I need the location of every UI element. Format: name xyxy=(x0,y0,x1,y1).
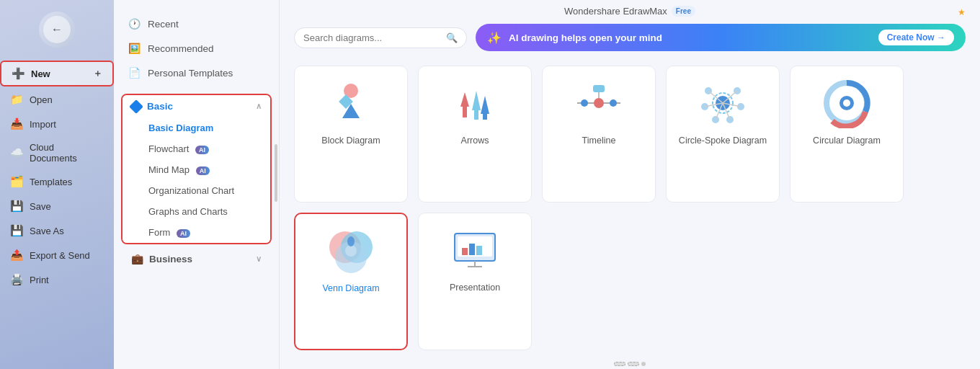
sidebar-item-export[interactable]: 📤 Export & Send xyxy=(0,244,114,267)
create-now-button[interactable]: Create Now → xyxy=(878,30,954,45)
business-category[interactable]: 💼 Business ∨ xyxy=(121,247,272,270)
diagram-grid: Block Diagram Arrows xyxy=(280,58,980,357)
diagram-card-block[interactable]: Block Diagram xyxy=(294,66,408,203)
search-box[interactable]: 🔍 xyxy=(294,27,467,48)
print-icon: 🖨️ xyxy=(10,273,24,286)
save-icon: 💾 xyxy=(10,200,24,213)
basic-category-header[interactable]: Basic ∧ xyxy=(122,95,270,117)
sidebar-item-cloud[interactable]: ☁️ Cloud Documents xyxy=(0,137,114,169)
templates-icon: 🗂️ xyxy=(10,175,24,188)
svg-rect-36 xyxy=(462,248,468,255)
sidebar-item-label-export: Export & Send xyxy=(30,250,90,261)
app-header: Wondershare EdrawMax Free ★ xyxy=(280,0,980,19)
timeline-label: Timeline xyxy=(582,135,616,146)
sidebar-item-save[interactable]: 💾 Save xyxy=(0,195,114,218)
circular-svg xyxy=(818,78,876,128)
main-content: Wondershare EdrawMax Free ★ 🔍 ✨ AI drawi… xyxy=(280,0,980,369)
svg-point-28 xyxy=(843,99,850,107)
app-title: Wondershare EdrawMax xyxy=(564,6,667,17)
svg-point-33 xyxy=(347,236,355,246)
venn-image xyxy=(322,226,380,276)
form-ai-badge: AI xyxy=(177,229,190,238)
svg-point-9 xyxy=(610,99,617,107)
sidebar-item-import[interactable]: 📥 Import xyxy=(0,112,114,135)
presentation-svg xyxy=(446,225,504,275)
diamond-icon xyxy=(129,99,143,114)
sidebar-item-saveas[interactable]: 💾 Save As xyxy=(0,219,114,242)
scroll-indicator[interactable] xyxy=(275,144,277,202)
sidebar-item-new[interactable]: ➕ New ＋ xyxy=(0,61,114,86)
chevron-up-icon: ∧ xyxy=(256,102,262,111)
category-item-mindmap[interactable]: Mind Map AI xyxy=(122,159,270,180)
svg-rect-10 xyxy=(593,85,605,92)
import-icon: 📥 xyxy=(10,117,24,130)
graphs-label: Graphs and Charts xyxy=(148,206,228,217)
svg-marker-4 xyxy=(481,96,489,120)
form-label: Form xyxy=(148,227,170,238)
mindmap-label: Mind Map xyxy=(148,164,190,175)
category-item-form[interactable]: Form AI xyxy=(122,222,270,243)
back-button[interactable]: ← xyxy=(39,12,75,48)
orgchart-label: Organizational Chart xyxy=(148,185,234,196)
svg-rect-38 xyxy=(476,246,482,255)
circle-spoke-label: Circle-Spoke Diagram xyxy=(679,135,767,146)
category-item-basic-diagram[interactable]: Basic Diagram xyxy=(122,117,270,138)
sidebar-item-open[interactable]: 📁 Open xyxy=(0,88,114,111)
sidebar-item-label-import: Import xyxy=(30,119,56,130)
nav-item-recommended[interactable]: 🖼️ Recommended xyxy=(114,36,279,61)
circular-image xyxy=(818,78,876,128)
diagram-card-circle-spoke[interactable]: Circle-Spoke Diagram xyxy=(666,66,780,203)
nav-label-personal: Personal Templates xyxy=(148,68,233,79)
saveas-icon: 💾 xyxy=(10,224,24,237)
ai-banner-text: AI drawing helps open your mind xyxy=(509,32,662,43)
diagram-card-timeline[interactable]: Timeline xyxy=(542,66,656,203)
svg-marker-5 xyxy=(472,91,481,120)
block-diagram-svg xyxy=(322,78,380,128)
scroll-dot-dashed2 xyxy=(628,362,639,366)
toolbar-row: 🔍 ✨ AI drawing helps open your mind Crea… xyxy=(280,19,980,58)
category-item-orgchart[interactable]: Organizational Chart xyxy=(122,180,270,201)
circle-spoke-image xyxy=(694,78,752,128)
arrows-label: Arrows xyxy=(461,135,489,146)
sidebar-item-label-cloud: Cloud Documents xyxy=(30,142,104,164)
new-icon: ➕ xyxy=(12,67,25,80)
category-item-flowchart[interactable]: Flowchart AI xyxy=(122,138,270,159)
flowchart-ai-badge: AI xyxy=(195,146,209,154)
svg-point-7 xyxy=(581,99,588,107)
sidebar-item-templates[interactable]: 🗂️ Templates xyxy=(0,170,114,193)
svg-rect-37 xyxy=(469,244,475,255)
business-group-left: 💼 Business xyxy=(131,253,192,264)
circle-spoke-svg xyxy=(694,78,752,128)
nav-item-personal[interactable]: 📄 Personal Templates xyxy=(114,61,279,85)
cloud-icon: ☁️ xyxy=(10,146,24,159)
sidebar-item-print[interactable]: 🖨️ Print xyxy=(0,268,114,291)
sidebar-item-label-open: Open xyxy=(30,94,53,105)
category-item-graphs[interactable]: Graphs and Charts xyxy=(122,201,270,222)
back-arrow-icon[interactable]: ← xyxy=(43,16,71,43)
basic-diagram-label: Basic Diagram xyxy=(148,123,213,133)
chevron-down-icon: ∨ xyxy=(256,254,262,264)
diagram-card-circular[interactable]: Circular Diagram xyxy=(790,66,904,203)
ai-sparkle-icon: ✨ xyxy=(487,31,502,45)
sidebar-item-label-templates: Templates xyxy=(30,177,72,187)
presentation-image xyxy=(446,225,504,275)
svg-point-32 xyxy=(345,245,357,257)
business-icon: 💼 xyxy=(131,253,143,264)
block-diagram-image xyxy=(322,78,380,128)
diagram-card-presentation[interactable]: Presentation xyxy=(418,213,532,351)
diagram-card-arrows[interactable]: Arrows xyxy=(418,66,532,203)
recommended-icon: 🖼️ xyxy=(128,43,141,54)
basic-header-left: Basic xyxy=(131,101,173,112)
timeline-svg xyxy=(570,78,628,128)
search-input[interactable] xyxy=(303,32,440,43)
sidebar-item-label-saveas: Save As xyxy=(30,226,64,236)
export-icon: 📤 xyxy=(10,249,24,262)
middle-panel: 🕐 Recent 🖼️ Recommended 📄 Personal Templ… xyxy=(114,0,280,369)
timeline-image xyxy=(570,78,628,128)
presentation-label: Presentation xyxy=(450,283,500,293)
open-icon: 📁 xyxy=(10,93,24,106)
diagram-card-venn[interactable]: Venn Diagram xyxy=(294,213,408,351)
scroll-dot xyxy=(641,362,646,366)
nav-item-recent[interactable]: 🕐 Recent xyxy=(114,12,279,36)
sidebar-item-label-save: Save xyxy=(30,201,51,212)
